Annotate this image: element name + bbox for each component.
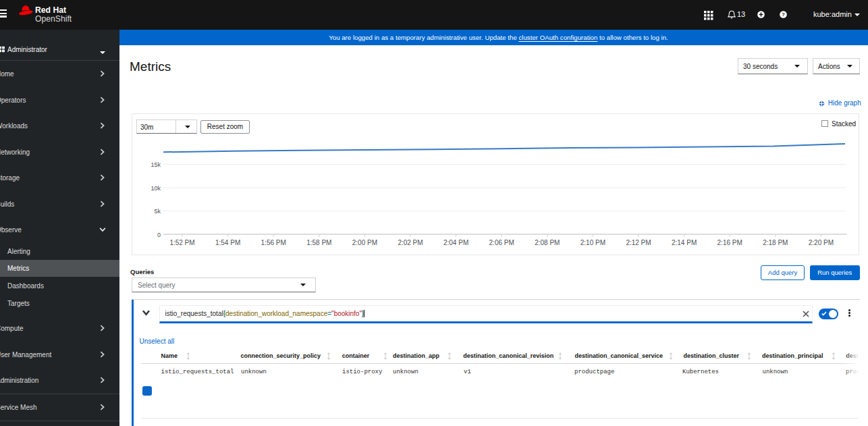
svg-text:?: ?: [782, 11, 785, 18]
svg-text:2:06 PM: 2:06 PM: [489, 239, 514, 246]
svg-text:10k: 10k: [151, 185, 161, 192]
svg-text:0: 0: [157, 232, 161, 238]
svg-text:2:14 PM: 2:14 PM: [672, 239, 697, 246]
svg-text:2:18 PM: 2:18 PM: [763, 239, 788, 246]
svg-text:1:58 PM: 1:58 PM: [306, 239, 331, 246]
svg-text:2:20 PM: 2:20 PM: [809, 239, 834, 246]
svg-text:1:54 PM: 1:54 PM: [215, 239, 240, 246]
svg-text:2:00 PM: 2:00 PM: [352, 239, 377, 246]
svg-text:2:02 PM: 2:02 PM: [398, 239, 423, 246]
svg-text:15k: 15k: [151, 161, 161, 168]
svg-text:2:12 PM: 2:12 PM: [626, 239, 651, 246]
svg-text:2:16 PM: 2:16 PM: [717, 239, 742, 246]
svg-text:2:04 PM: 2:04 PM: [443, 239, 468, 246]
svg-text:5k: 5k: [154, 208, 161, 215]
svg-text:2:10 PM: 2:10 PM: [580, 239, 605, 246]
svg-text:1:56 PM: 1:56 PM: [261, 239, 286, 246]
svg-text:1:52 PM: 1:52 PM: [169, 239, 194, 246]
svg-text:2:08 PM: 2:08 PM: [535, 239, 560, 246]
